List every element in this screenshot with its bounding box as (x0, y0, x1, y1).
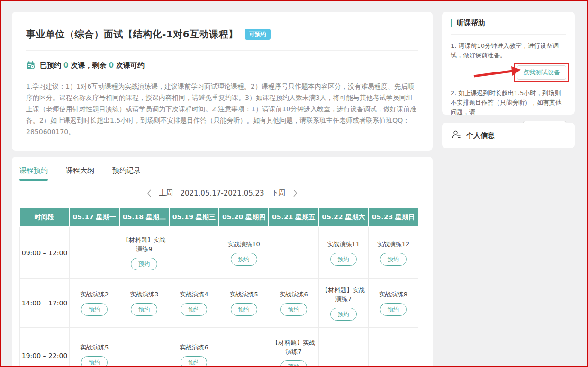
book-button[interactable]: 预约 (81, 356, 108, 367)
week-nav: 上周 2021.05.17-2021.05.23 下周 (19, 188, 425, 197)
course-name: 实战演练4 (169, 290, 218, 299)
schedule-cell (70, 227, 119, 278)
schedule-cell: 实战演练11预约 (318, 227, 368, 278)
course-info-card: 事业单位（综合）面试【结构化-1对6互动课程】 可预约 已预约0次课，剩余0次课… (12, 12, 433, 151)
book-button[interactable]: 预约 (380, 303, 407, 316)
course-name: 实战演练11 (319, 240, 368, 249)
booking-summary: 已预约0次课，剩余0次课可约 (26, 61, 418, 70)
test-device-row: 点我测试设备 (451, 63, 566, 82)
next-week-chevron-icon[interactable] (293, 189, 298, 197)
course-name: 实战演练3 (119, 290, 169, 299)
book-button[interactable]: 预约 (231, 303, 257, 316)
schedule-cell: 【材料题】实战演练7预约 (318, 278, 368, 327)
booking-summary-text: 已预约0次课，剩余0次课可约 (40, 61, 145, 70)
booked-label: 已预约 (40, 61, 61, 70)
book-button[interactable]: 预约 (380, 253, 407, 266)
person-icon (452, 130, 461, 141)
course-description: 1.学习建议：1）1对6互动课程为实战演练课，建议课前学习面试理论课程。2）课程… (26, 81, 418, 137)
column-header: 05.18 星期二 (119, 208, 169, 227)
column-header: 05.19 星期三 (169, 208, 219, 227)
help-item-2: 2. 如上课迟到时长超出1.5小时，到场则不安排题目作答（只能旁听），如有其他问… (451, 89, 566, 117)
table-row: 14:00 – 17:00实战演练2预约实战演练3预约实战演练4预约实战演练5预… (20, 278, 418, 327)
title-marker (451, 19, 452, 27)
help-card: 听课帮助 1. 请课前10分钟进入教室，进行设备调试，做好课前准备。 点我测试设… (442, 12, 575, 115)
page: { "course": { "title": "事业单位（综合）面试【结构化-1… (0, 0, 588, 367)
table-row: 09:00 – 12:00【材料题】实战演练9预约实战演练10预约实战演练11预… (20, 227, 418, 278)
schedule-cell: 实战演练4预约 (169, 278, 219, 327)
divider (26, 50, 418, 51)
schedule-cell: 【材料题】实战演练9预约 (119, 227, 169, 278)
schedule-card: 课程预约课程大纲预约记录 上周 2021.05.17-2021.05.23 下周… (12, 157, 433, 367)
tab-outline[interactable]: 课程大纲 (66, 166, 94, 181)
profile-card[interactable]: 个人信息 (442, 123, 575, 148)
book-button[interactable]: 预约 (181, 356, 207, 367)
table-row: 19:00 – 22:00实战演练5预约实战演练6预约【材料题】实战演练7预约 (20, 327, 418, 367)
week-range: 2021.05.17-2021.05.23 (180, 189, 264, 197)
mid-label: 次课，剩余 (71, 61, 106, 70)
course-name: 实战演练12 (369, 240, 418, 249)
column-header: 05.23 星期日 (368, 208, 418, 227)
course-name: 实战演练6 (169, 343, 218, 352)
time-slot-label: 14:00 – 17:00 (20, 278, 70, 327)
book-button[interactable]: 预约 (330, 253, 357, 266)
schedule-cell: 实战演练10预约 (219, 227, 269, 278)
course-name: 实战演练5 (219, 290, 269, 299)
column-header: 05.20 星期四 (219, 208, 269, 227)
book-button[interactable]: 预约 (330, 308, 357, 321)
schedule-cell: 实战演练6预约 (269, 278, 318, 327)
course-name: 【材料题】实战演练9 (119, 235, 169, 253)
schedule-cell: 实战演练12预约 (368, 227, 418, 278)
end-label: 次课可约 (116, 61, 145, 70)
test-device-button[interactable]: 点我测试设备 (517, 65, 566, 80)
course-name: 实战演练6 (269, 290, 318, 299)
schedule-cell: 【材料题】实战演练7预约 (269, 327, 318, 367)
next-week-link[interactable]: 下周 (271, 188, 286, 197)
column-header: 时间段 (20, 208, 70, 227)
divider (451, 34, 566, 35)
prev-week-link[interactable]: 上周 (159, 188, 173, 197)
schedule-cell (269, 227, 318, 278)
remaining-count: 0 (109, 61, 113, 70)
schedule-cell (169, 227, 219, 278)
schedule-header-row: 时间段05.17 星期一05.18 星期二05.19 星期三05.20 星期四0… (20, 208, 418, 227)
book-button[interactable]: 预约 (181, 303, 207, 316)
tab-records[interactable]: 预约记录 (112, 166, 141, 181)
book-button[interactable]: 预约 (81, 303, 108, 316)
schedule-cell (219, 327, 269, 367)
course-name: 实战演练10 (219, 240, 269, 249)
time-slot-label: 09:00 – 12:00 (20, 227, 70, 278)
profile-card-title: 个人信息 (466, 131, 495, 140)
book-button[interactable]: 预约 (131, 258, 157, 270)
schedule-cell (119, 327, 169, 367)
column-header: 05.22 星期六 (318, 208, 368, 227)
schedule-cell: 实战演练2预约 (70, 278, 119, 327)
book-button[interactable]: 预约 (280, 303, 307, 316)
course-name: 实战演练2 (70, 290, 119, 299)
title-row: 事业单位（综合）面试【结构化-1对6互动课程】 可预约 (26, 28, 418, 41)
schedule-body: 09:00 – 12:00【材料题】实战演练9预约实战演练10预约实战演练11预… (20, 227, 418, 367)
schedule-cell: 实战演练5预约 (219, 278, 269, 327)
schedule-cell: 实战演练5预约 (70, 327, 119, 367)
prev-week-chevron-icon[interactable] (147, 189, 152, 197)
help-card-title: 听课帮助 (457, 18, 485, 27)
schedule-cell: 实战演练6预约 (169, 327, 219, 367)
schedule-cell: 实战演练3预约 (119, 278, 169, 327)
annotation-highlight-box: 点我测试设备 (514, 63, 569, 82)
page-title: 事业单位（综合）面试【结构化-1对6互动课程】 (26, 28, 238, 41)
schedule-cell (368, 327, 418, 367)
schedule-tabs: 课程预约课程大纲预约记录 (19, 166, 425, 181)
book-button[interactable]: 预约 (280, 360, 307, 367)
calendar-icon (26, 61, 36, 70)
course-name: 【材料题】实战演练7 (269, 338, 318, 356)
book-button[interactable]: 预约 (131, 303, 157, 316)
tab-booking[interactable]: 课程预约 (19, 166, 48, 181)
schedule-table: 时间段05.17 星期一05.18 星期二05.19 星期三05.20 星期四0… (19, 208, 418, 367)
time-slot-label: 19:00 – 22:00 (20, 327, 70, 367)
book-button[interactable]: 预约 (231, 253, 257, 266)
booked-count: 0 (63, 61, 68, 70)
schedule-cell (318, 327, 368, 367)
course-name: 【材料题】实战演练7 (319, 286, 368, 304)
schedule-cell: 实战演练8预约 (368, 278, 418, 327)
status-badge: 可预约 (245, 29, 271, 40)
help-title-row: 听课帮助 (451, 18, 566, 27)
